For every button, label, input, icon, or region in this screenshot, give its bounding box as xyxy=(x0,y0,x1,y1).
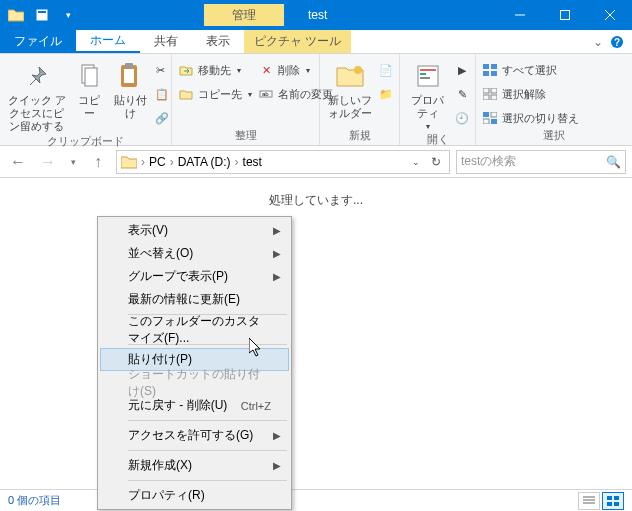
close-button[interactable] xyxy=(587,0,632,30)
svg-rect-0 xyxy=(36,9,48,21)
view-tab[interactable]: 表示 xyxy=(192,30,244,53)
quick-access-toolbar: ▾ xyxy=(0,4,84,26)
history-small-button[interactable]: 🕘 xyxy=(455,108,469,128)
svg-rect-36 xyxy=(607,502,612,506)
svg-rect-25 xyxy=(483,95,489,100)
breadcrumb-pc[interactable]: PC xyxy=(149,155,166,169)
forward-button[interactable]: → xyxy=(36,150,60,174)
paste-icon xyxy=(114,60,146,92)
svg-rect-27 xyxy=(483,112,489,117)
picture-tools-tab[interactable]: ピクチャ ツール xyxy=(244,30,351,53)
large-icons-view-button[interactable] xyxy=(602,492,624,510)
svg-rect-1 xyxy=(38,11,46,13)
share-tab[interactable]: 共有 xyxy=(140,30,192,53)
chevron-right-icon[interactable]: › xyxy=(139,155,147,169)
home-tab[interactable]: ホーム xyxy=(76,30,140,53)
history-icon: 🕘 xyxy=(455,110,469,126)
move-icon xyxy=(178,62,194,78)
search-box[interactable]: testの検索 🔍 xyxy=(456,150,626,174)
back-button[interactable]: ← xyxy=(6,150,30,174)
menu-item-undo[interactable]: 元に戻す - 削除(U)Ctrl+Z xyxy=(100,394,289,417)
path-icon: 📋 xyxy=(155,86,169,102)
submenu-arrow-icon: ▶ xyxy=(273,225,281,236)
menu-separator xyxy=(128,420,287,421)
edit-small-button[interactable]: ✎ xyxy=(455,84,469,104)
window-title: test xyxy=(308,8,327,22)
menu-item-grant-access[interactable]: アクセスを許可する(G)▶ xyxy=(100,424,289,447)
select-none-icon xyxy=(482,86,498,102)
svg-rect-35 xyxy=(614,496,619,500)
svg-rect-20 xyxy=(491,64,497,69)
menu-item-refresh[interactable]: 最新の情報に更新(E) xyxy=(100,288,289,311)
details-view-button[interactable] xyxy=(578,492,600,510)
paste-button[interactable]: 貼り付け xyxy=(111,56,149,120)
minimize-button[interactable] xyxy=(497,0,542,30)
copy-to-icon xyxy=(178,86,194,102)
qat-dropdown-icon[interactable]: ▾ xyxy=(56,4,80,26)
breadcrumb-drive[interactable]: DATA (D:) xyxy=(178,155,231,169)
menu-item-properties[interactable]: プロパティ(R) xyxy=(100,484,289,507)
submenu-arrow-icon: ▶ xyxy=(273,460,281,471)
chevron-right-icon[interactable]: › xyxy=(233,155,241,169)
help-icon[interactable]: ? xyxy=(608,30,632,53)
open-small-button[interactable]: ▶ xyxy=(455,60,469,80)
new-folder-button[interactable]: 新しいフォルダー xyxy=(326,56,373,120)
clipboard-group-label: クリップボード xyxy=(6,134,165,151)
content-area[interactable]: 処理しています... xyxy=(0,178,632,489)
context-menu: 表示(V)▶ 並べ替え(O)▶ グループで表示(P)▶ 最新の情報に更新(E) … xyxy=(97,216,292,510)
svg-rect-29 xyxy=(483,119,489,124)
pin-icon xyxy=(21,60,53,92)
search-placeholder: testの検索 xyxy=(461,153,516,170)
properties-button[interactable]: プロパティ▾ xyxy=(406,56,449,132)
menu-item-sort[interactable]: 並べ替え(O)▶ xyxy=(100,242,289,265)
submenu-arrow-icon: ▶ xyxy=(273,430,281,441)
menu-item-view[interactable]: 表示(V)▶ xyxy=(100,219,289,242)
svg-rect-12 xyxy=(125,63,133,68)
menu-item-paste-shortcut: ショートカットの貼り付け(S) xyxy=(100,371,289,394)
new-item-icon: 📄 xyxy=(379,62,393,78)
invert-selection-button[interactable]: 選択の切り替え xyxy=(482,108,579,128)
delete-icon: ✕ xyxy=(258,62,274,78)
new-item-button[interactable]: 📄 xyxy=(379,60,393,80)
copy-path-small-button[interactable]: 📋 xyxy=(155,84,165,104)
menu-item-group[interactable]: グループで表示(P)▶ xyxy=(100,265,289,288)
maximize-button[interactable] xyxy=(542,0,587,30)
cut-small-button[interactable]: ✂ xyxy=(155,60,165,80)
svg-rect-11 xyxy=(124,69,134,83)
status-bar: 0 個の項目 xyxy=(0,489,632,511)
easy-access-button[interactable]: 📁 xyxy=(379,84,393,104)
move-to-button[interactable]: 移動先▾ xyxy=(178,60,252,80)
pin-to-quick-access-button[interactable]: クイック アクセスにピン留めする xyxy=(6,56,67,134)
chevron-right-icon[interactable]: › xyxy=(168,155,176,169)
paste-label: 貼り付け xyxy=(111,94,149,120)
address-bar[interactable]: › PC › DATA (D:) › test ⌄ ↻ xyxy=(116,150,450,174)
chevron-down-icon: ▾ xyxy=(248,90,252,99)
breadcrumb-folder[interactable]: test xyxy=(243,155,262,169)
properties-qat-icon[interactable] xyxy=(30,4,54,26)
menu-item-customize[interactable]: このフォルダーのカスタマイズ(F)... xyxy=(100,318,289,341)
select-all-button[interactable]: すべて選択 xyxy=(482,60,579,80)
svg-rect-24 xyxy=(491,88,497,93)
svg-point-15 xyxy=(354,66,362,74)
properties-icon xyxy=(412,60,444,92)
svg-rect-30 xyxy=(491,119,497,124)
refresh-icon[interactable]: ↻ xyxy=(427,155,445,169)
paste-shortcut-small-button[interactable]: 🔗 xyxy=(155,108,165,128)
svg-rect-22 xyxy=(491,71,497,76)
folder-icon[interactable] xyxy=(4,4,28,26)
search-icon: 🔍 xyxy=(606,155,621,169)
item-count: 0 個の項目 xyxy=(8,493,61,508)
cut-icon: ✂ xyxy=(155,62,165,78)
select-none-button[interactable]: 選択解除 xyxy=(482,84,579,104)
recent-locations-button[interactable]: ▾ xyxy=(66,150,80,174)
copy-to-button[interactable]: コピー先▾ xyxy=(178,84,252,104)
open-group-label: 開く xyxy=(406,132,469,149)
copy-button[interactable]: コピー xyxy=(73,56,105,120)
file-tab[interactable]: ファイル xyxy=(0,30,76,53)
address-dropdown-icon[interactable]: ⌄ xyxy=(407,157,425,167)
titlebar: ▾ 管理 test xyxy=(0,0,632,30)
ribbon-collapse-icon[interactable]: ⌄ xyxy=(588,30,608,53)
up-button[interactable]: ↑ xyxy=(86,150,110,174)
menu-item-new[interactable]: 新規作成(X)▶ xyxy=(100,454,289,477)
edit-icon: ✎ xyxy=(455,86,469,102)
